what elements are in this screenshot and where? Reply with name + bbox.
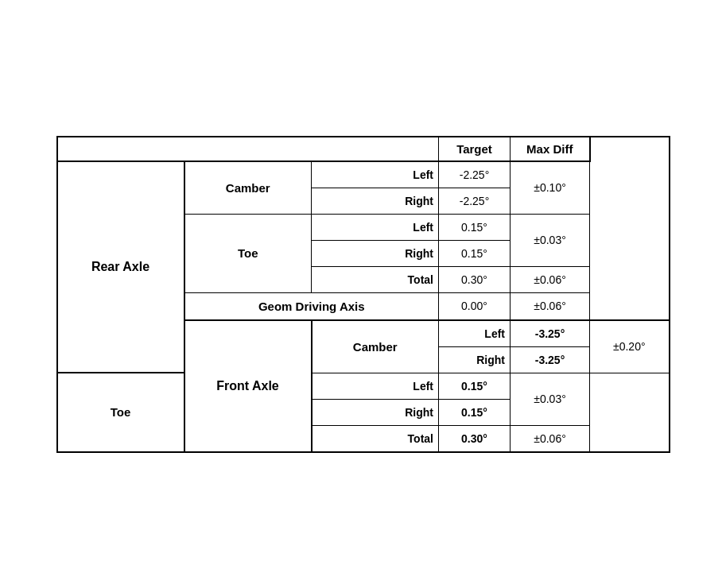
rear-geom-label: Geom Driving Axis [184, 292, 439, 320]
front-toe-total-target: 0.30° [439, 425, 511, 452]
front-toe-right-target: 0.15° [439, 399, 511, 425]
front-camber-left-side: Left [439, 320, 511, 347]
table-container: Target Max Diff Rear Axle Camber Left -2… [41, 120, 686, 469]
rear-toe-total-side: Total [312, 266, 439, 292]
rear-camber-left-side: Left [312, 161, 439, 188]
alignment-table: Target Max Diff Rear Axle Camber Left -2… [56, 136, 670, 453]
front-toe-lr-maxdiff: ±0.03° [511, 373, 590, 425]
rear-geom-maxdiff: ±0.06° [511, 292, 590, 320]
front-camber-label: Camber [312, 320, 439, 373]
rear-camber-left-target: -2.25° [439, 161, 511, 188]
rear-toe-left-side: Left [312, 214, 439, 240]
rear-camber-right-target: -2.25° [439, 188, 511, 214]
rear-toe-right-side: Right [312, 240, 439, 266]
front-toe-left-row: Toe Left 0.15° ±0.03° [57, 373, 670, 399]
rear-toe-label: Toe [184, 214, 312, 292]
front-camber-maxdiff: ±0.20° [590, 320, 670, 373]
header-empty-3 [312, 137, 439, 161]
front-toe-label: Toe [57, 373, 184, 452]
rear-camber-label: Camber [184, 161, 312, 215]
header-empty-2 [184, 137, 312, 161]
front-toe-right-side: Right [312, 399, 439, 425]
header-maxdiff: Max Diff [511, 137, 590, 161]
rear-axle-label: Rear Axle [57, 161, 184, 373]
rear-camber-left-row: Rear Axle Camber Left -2.25° ±0.10° [57, 161, 670, 188]
rear-toe-left-target: 0.15° [439, 214, 511, 240]
front-camber-right-side: Right [439, 346, 511, 373]
rear-toe-right-target: 0.15° [439, 240, 511, 266]
front-toe-total-side: Total [312, 425, 439, 452]
header-row: Target Max Diff [57, 137, 670, 161]
header-target: Target [439, 137, 511, 161]
front-toe-left-side: Left [312, 373, 439, 399]
rear-toe-lr-maxdiff: ±0.03° [511, 214, 590, 266]
front-camber-right-target: -3.25° [511, 346, 590, 373]
rear-toe-total-maxdiff: ±0.06° [511, 266, 590, 292]
front-camber-left-target: -3.25° [511, 320, 590, 347]
rear-geom-target: 0.00° [439, 292, 511, 320]
rear-toe-total-target: 0.30° [439, 266, 511, 292]
front-axle-label: Front Axle [184, 320, 312, 452]
header-empty-1 [57, 137, 184, 161]
rear-camber-maxdiff: ±0.10° [511, 161, 590, 215]
rear-camber-right-side: Right [312, 188, 439, 214]
front-toe-total-maxdiff: ±0.06° [511, 425, 590, 452]
front-toe-left-target: 0.15° [439, 373, 511, 399]
